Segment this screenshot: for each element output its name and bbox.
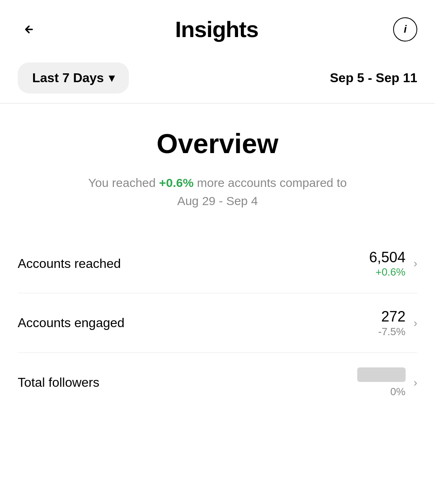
metric-accounts-engaged[interactable]: Accounts engaged 272 -7.5% › <box>18 293 417 353</box>
metric-values-total-followers: 0% <box>357 367 406 398</box>
metric-change-accounts-reached: +0.6% <box>369 266 406 278</box>
metric-right-accounts-engaged: 272 -7.5% › <box>378 308 417 338</box>
overview-section: Overview You reached +0.6% more accounts… <box>0 104 435 226</box>
subtitle-positive: +0.6% <box>159 176 194 189</box>
chevron-right-icon-accounts-engaged: › <box>414 317 417 330</box>
page-title: Insights <box>175 16 259 42</box>
header: Insights i <box>0 0 435 54</box>
metric-right-total-followers: 0% › <box>357 367 417 398</box>
period-selector-button[interactable]: Last 7 Days ▾ <box>18 62 129 93</box>
metric-accounts-reached[interactable]: Accounts reached 6,504 +0.6% › <box>18 234 417 293</box>
blurred-value-total-followers <box>357 367 406 382</box>
back-button[interactable] <box>18 18 40 41</box>
metric-label-accounts-engaged: Accounts engaged <box>18 315 124 330</box>
subtitle-prefix: You reached <box>88 176 159 189</box>
metric-values-accounts-reached: 6,504 +0.6% <box>369 249 406 278</box>
filter-bar: Last 7 Days ▾ Sep 5 - Sep 11 <box>0 54 435 103</box>
chevron-down-icon: ▾ <box>109 71 114 85</box>
metric-value-total-followers <box>357 367 406 386</box>
info-button[interactable]: i <box>393 17 417 41</box>
metric-right-accounts-reached: 6,504 +0.6% › <box>369 249 417 278</box>
overview-title: Overview <box>18 128 417 159</box>
info-icon-label: i <box>404 23 406 35</box>
period-label: Last 7 Days <box>32 71 104 85</box>
overview-subtitle: You reached +0.6% more accounts compared… <box>77 174 358 210</box>
metric-label-accounts-reached: Accounts reached <box>18 256 121 271</box>
date-range-label: Sep 5 - Sep 11 <box>330 71 417 85</box>
metric-value-accounts-engaged: 272 <box>378 308 406 325</box>
chevron-right-icon-accounts-reached: › <box>414 257 417 270</box>
metric-label-total-followers: Total followers <box>18 375 99 390</box>
metric-change-total-followers: 0% <box>357 386 406 398</box>
chevron-right-icon-total-followers: › <box>414 376 417 389</box>
metrics-list: Accounts reached 6,504 +0.6% › Accounts … <box>0 226 435 421</box>
metric-change-accounts-engaged: -7.5% <box>378 326 406 338</box>
metric-values-accounts-engaged: 272 -7.5% <box>378 308 406 338</box>
metric-value-accounts-reached: 6,504 <box>369 249 406 266</box>
subtitle-suffix: more accounts compared to Aug 29 - Sep 4 <box>177 176 347 207</box>
metric-total-followers[interactable]: Total followers 0% › <box>18 353 417 413</box>
